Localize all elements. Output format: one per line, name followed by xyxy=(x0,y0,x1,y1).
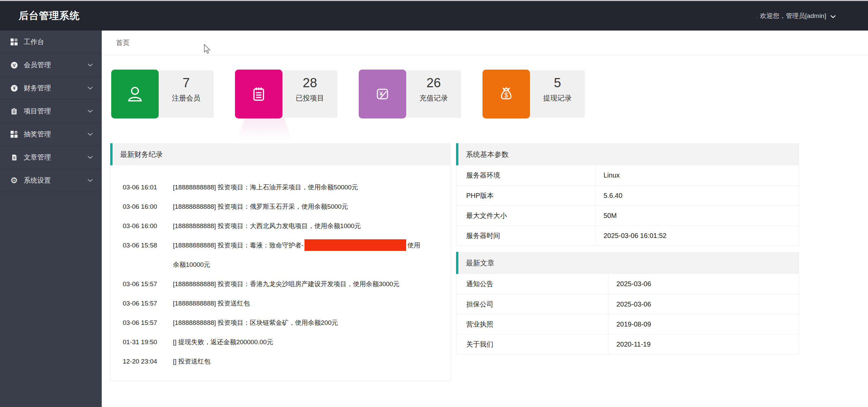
finance-record: 03-06 15:58 [18888888888] 投资项目：毒液：致命守护者-… xyxy=(111,236,451,274)
table-row-value: Linux xyxy=(595,165,620,185)
table-row-label: 关于我们 xyxy=(456,334,608,354)
stat-card: 28 已投项目 xyxy=(235,70,337,118)
record-time: 01-31 19:50 xyxy=(123,332,173,352)
record-time: 03-06 15:57 xyxy=(123,313,173,332)
record-text: [18888888888] 投资送红包 xyxy=(173,294,451,313)
notepad-icon xyxy=(235,70,282,118)
sidebar: 工作台 V 会员管理 ¥ 财务管理 项目管理 抽奖管理 文章管理 ⚙ 系统设置 xyxy=(0,31,102,407)
stat-cards: 7 注册会员 28 已投项目 ¥ 26 充值记录 $ 5 提现记录 xyxy=(111,70,585,118)
table-row-value: 2025-03-06 xyxy=(608,274,651,294)
finance-circle-icon: ¥ xyxy=(9,84,19,93)
articles-panel-header: 最新文章 xyxy=(456,252,799,274)
record-text: [] 投资送红包 xyxy=(173,352,451,371)
clipboard-icon xyxy=(9,107,19,116)
redaction-block xyxy=(304,239,406,251)
recharge-card-icon: ¥ xyxy=(359,70,406,118)
table-row-value: 2020-11-19 xyxy=(608,334,651,354)
user-menu[interactable]: .欢迎您，管理员[admin] xyxy=(756,1,836,31)
grid-icon xyxy=(9,130,19,139)
table-row: 最大文件大小 50M xyxy=(456,205,799,225)
finance-record: 03-06 15:57 [18888888888] 投资项目：香港九龙尖沙咀房产… xyxy=(111,274,451,294)
record-time: 03-06 16:00 xyxy=(123,197,173,216)
sidebar-item[interactable]: 工作台 xyxy=(0,31,102,54)
table-row: 营业执照 2019-08-09 xyxy=(456,314,799,334)
table-row-label: 通知公告 xyxy=(456,274,608,294)
stat-value: 26 xyxy=(406,75,461,90)
finance-panel: 最新财务纪录 03-06 16:01 [18888888888] 投资项目：海上… xyxy=(110,143,451,381)
chevron-down-icon xyxy=(87,179,93,182)
tab-home[interactable]: 首页 xyxy=(116,31,130,55)
table-row: 通知公告 2025-03-06 xyxy=(456,274,799,294)
stat-card: ¥ 26 充值记录 xyxy=(359,70,461,118)
stat-card: 7 注册会员 xyxy=(111,70,214,118)
welcome-text: 欢迎您，管理员[admin] xyxy=(760,12,826,19)
stat-label: 充值记录 xyxy=(406,93,461,103)
system-table: 服务器环境 Linux PHP版本 5.6.40 最大文件大小 50M 服务器时… xyxy=(456,165,799,246)
articles-table: 通知公告 2025-03-06 担保公司 2025-03-06 营业执照 201… xyxy=(456,274,799,354)
table-row-label: 营业执照 xyxy=(456,314,608,334)
stat-value: 5 xyxy=(530,75,585,90)
stat-label: 提现记录 xyxy=(530,93,585,103)
finance-record: 03-06 15:57 [18888888888] 投资送红包 xyxy=(111,294,451,313)
chevron-down-icon xyxy=(87,133,93,136)
sidebar-item[interactable]: 文章管理 xyxy=(0,146,102,169)
system-panel-title: 系统基本参数 xyxy=(466,150,509,159)
chevron-down-icon xyxy=(830,1,836,31)
finance-record: 03-06 15:57 [18888888888] 投资项目：区块链紫金矿，使用… xyxy=(111,313,451,332)
finance-record: 03-06 16:00 [18888888888] 投资项目：大西北风力发电项目… xyxy=(111,216,451,236)
gear-icon: ⚙ xyxy=(9,176,19,185)
chevron-down-icon xyxy=(87,156,93,159)
table-row: 服务器时间 2025-03-06 16:01:52 xyxy=(456,225,799,245)
sidebar-item[interactable]: ¥ 财务管理 xyxy=(0,77,102,100)
moneybag-icon: $ xyxy=(482,70,530,118)
record-text: [18888888888] 投资项目：海上石油开采项目，使用余额50000元 xyxy=(173,178,451,197)
table-row-value: 2025-03-06 16:01:52 xyxy=(595,226,667,245)
finance-panel-title: 最新财务纪录 xyxy=(120,150,163,159)
member-circle-icon: V xyxy=(9,60,19,70)
chevron-down-icon xyxy=(87,110,93,113)
user-icon xyxy=(111,70,159,118)
chevron-down-icon xyxy=(87,63,93,67)
sidebar-item[interactable]: ⚙ 系统设置 xyxy=(0,169,102,192)
record-text: [18888888888] 投资项目：区块链紫金矿，使用余额200元 xyxy=(173,313,451,332)
welcome-dot: . xyxy=(756,13,758,19)
table-row-value: 2025-03-06 xyxy=(608,294,651,314)
finance-record: 03-06 16:01 [18888888888] 投资项目：海上石油开采项目，… xyxy=(111,178,451,197)
table-row-label: 服务器时间 xyxy=(456,226,595,245)
sidebar-item[interactable]: V 会员管理 xyxy=(0,54,102,77)
table-row: 担保公司 2025-03-06 xyxy=(456,294,799,314)
table-row: PHP版本 5.6.40 xyxy=(456,185,799,205)
record-text: [] 提现失败，返还金额200000.00元 xyxy=(173,332,451,352)
table-row-value: 2019-08-09 xyxy=(608,314,651,334)
finance-record: 01-31 19:50 [] 提现失败，返还金额200000.00元 xyxy=(111,332,451,352)
stat-card: $ 5 提现记录 xyxy=(482,70,585,118)
record-text: [18888888888] 投资项目：香港九龙尖沙咀房产建设开发项目，使用余额3… xyxy=(173,274,451,294)
chevron-down-icon xyxy=(87,87,93,90)
sidebar-item[interactable]: 项目管理 xyxy=(0,100,102,123)
record-text: [18888888888] 投资项目：大西北风力发电项目，使用余额1000元 xyxy=(173,216,451,236)
app-title: 后台管理系统 xyxy=(19,1,80,31)
record-time: 03-06 16:01 xyxy=(123,178,173,197)
sidebar-item[interactable]: 抽奖管理 xyxy=(0,123,102,146)
stat-value: 28 xyxy=(282,75,337,90)
finance-record: 03-06 16:00 [18888888888] 投资项目：俄罗斯玉石开采，使… xyxy=(111,197,451,216)
record-time: 03-06 15:58 xyxy=(123,236,173,255)
record-text: [18888888888] 投资项目：俄罗斯玉石开采，使用余额5000元 xyxy=(173,197,451,216)
table-row-label: 担保公司 xyxy=(456,294,608,314)
table-row-label: PHP版本 xyxy=(456,186,595,205)
main-content: 7 注册会员 28 已投项目 ¥ 26 充值记录 $ 5 提现记录 最新财务纪录… xyxy=(102,55,868,407)
system-panel: 系统基本参数 服务器环境 Linux PHP版本 5.6.40 最大文件大小 5… xyxy=(456,143,799,246)
table-row: 关于我们 2020-11-19 xyxy=(456,334,799,354)
stat-label: 注册会员 xyxy=(159,93,214,103)
grid-icon xyxy=(9,37,19,47)
table-row-label: 最大文件大小 xyxy=(456,206,595,225)
document-icon xyxy=(9,153,19,162)
svg-text:¥: ¥ xyxy=(13,86,15,91)
svg-text:$: $ xyxy=(504,91,508,99)
articles-panel: 最新文章 通知公告 2025-03-06 担保公司 2025-03-06 营业执… xyxy=(456,252,799,354)
stat-label: 已投项目 xyxy=(282,93,337,103)
table-row-label: 服务器环境 xyxy=(456,165,595,185)
tabbar: 首页 xyxy=(102,31,868,55)
finance-record: 12-20 23:04 [] 投资送红包 xyxy=(111,352,451,371)
record-text: [18888888888] 投资项目：毒液：致命守护者-使用余额10000元 xyxy=(173,236,451,274)
